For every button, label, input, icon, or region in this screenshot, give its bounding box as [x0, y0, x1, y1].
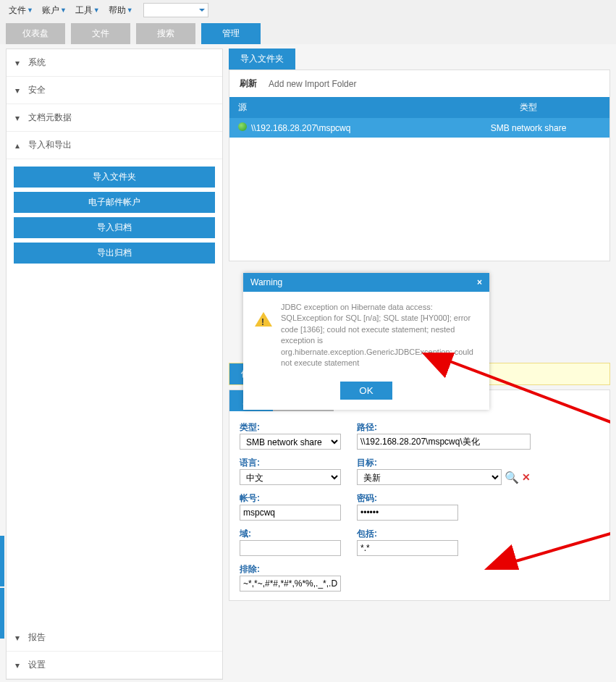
tab-dashboard[interactable]: 仪表盘 [6, 23, 65, 44]
add-import-folder-link[interactable]: Add new Import Folder [269, 79, 356, 89]
list-header: 源 类型 [229, 97, 609, 118]
dialog-title: Warning [250, 277, 282, 287]
warning-dialog: Warning × JDBC exception on Hibernate da… [243, 273, 489, 410]
sidebar-item-report[interactable]: ▾报告 [7, 624, 222, 652]
clear-icon[interactable]: ✕ [522, 471, 531, 483]
tab-search[interactable]: 搜索 [136, 23, 195, 44]
chevron-down-icon: ▼ [60, 7, 67, 14]
properties-box: 属性 扩展属性 类型: SMB network share 路径: 语言: 中文… [229, 390, 610, 601]
col-header-type: 类型 [456, 101, 601, 114]
menubar-select[interactable] [143, 3, 208, 17]
edge-tab-2[interactable] [0, 588, 4, 639]
subbtn-import-folder[interactable]: 导入文件夹 [14, 167, 215, 188]
refresh-button[interactable]: 刷新 [240, 77, 257, 90]
subbtn-import-archive[interactable]: 导入归档 [14, 217, 215, 238]
field-password[interactable] [357, 505, 458, 521]
label-target: 目标: [357, 455, 599, 469]
field-lang[interactable]: 中文 [240, 469, 341, 485]
label-domain: 域: [240, 526, 348, 540]
ok-button[interactable]: OK [340, 382, 392, 400]
label-account: 帐号: [240, 491, 348, 505]
field-path[interactable] [357, 434, 531, 450]
field-domain[interactable] [240, 540, 341, 556]
field-include[interactable] [357, 540, 458, 556]
sidebar: ▾系统 ▾安全 ▾文档元数据 ▴导入和导出 导入文件夹 电子邮件帐户 导入归档 … [6, 49, 223, 680]
sidebar-item-docmeta[interactable]: ▾文档元数据 [7, 104, 222, 132]
chevron-down-icon: ▼ [93, 7, 100, 14]
label-include: 包括: [357, 526, 599, 540]
label-path: 路径: [357, 420, 599, 434]
chevron-up-icon: ▴ [15, 140, 22, 151]
chevron-down-icon: ▾ [15, 85, 22, 96]
dialog-message: JDBC exception on Hibernate data access:… [281, 302, 478, 369]
sidebar-submenu: 导入文件夹 电子邮件帐户 导入归档 导出归档 [7, 159, 222, 271]
field-type[interactable]: SMB network share [240, 434, 341, 450]
chevron-down-icon: ▾ [15, 633, 22, 643]
subbtn-export-archive[interactable]: 导出归档 [14, 243, 215, 264]
chevron-down-icon: ▾ [15, 660, 22, 670]
close-icon[interactable]: × [477, 277, 482, 287]
search-icon[interactable]: 🔍 [505, 471, 519, 484]
chevron-down-icon: ▾ [15, 113, 22, 123]
tab-files[interactable]: 文件 [71, 23, 130, 44]
menu-account[interactable]: 账户▼ [39, 3, 69, 18]
warning-icon [255, 303, 272, 327]
edge-tab-1[interactable] [0, 536, 4, 586]
list-row[interactable]: \\192.168.28.207\mspcwq SMB network shar… [229, 118, 609, 138]
subbtn-email-account[interactable]: 电子邮件帐户 [14, 192, 215, 213]
main-tabbar: 仪表盘 文件 搜索 管理 [0, 20, 616, 44]
label-lang: 语言: [240, 455, 348, 469]
menu-help[interactable]: 帮助▼ [106, 3, 136, 18]
chevron-down-icon: ▾ [15, 58, 22, 68]
panel-title-tab: 导入文件夹 [229, 49, 295, 70]
left-edge-tabs [0, 536, 6, 640]
field-exclude[interactable] [240, 576, 341, 592]
sidebar-item-settings[interactable]: ▾设置 [7, 652, 222, 679]
chevron-down-icon: ▼ [27, 7, 33, 14]
label-password: 密码: [357, 491, 599, 505]
menubar: 文件▼ 账户▼ 工具▼ 帮助▼ [0, 0, 616, 20]
menu-tools[interactable]: 工具▼ [72, 3, 103, 18]
col-header-source: 源 [238, 101, 456, 114]
chevron-down-icon: ▼ [127, 7, 133, 14]
rightpane: 导入文件夹 刷新 Add new Import Folder 源 类型 \\19… [229, 49, 610, 680]
field-target[interactable]: 美新 [357, 469, 502, 485]
menu-file[interactable]: 文件▼ [6, 3, 36, 18]
label-type: 类型: [240, 420, 348, 434]
field-account[interactable] [240, 505, 341, 521]
sidebar-item-importexport[interactable]: ▴导入和导出 [7, 132, 222, 159]
tab-admin[interactable]: 管理 [201, 23, 261, 44]
globe-icon [238, 122, 247, 131]
sidebar-item-security[interactable]: ▾安全 [7, 77, 222, 104]
label-exclude: 排除: [240, 562, 599, 576]
sidebar-item-system[interactable]: ▾系统 [7, 49, 222, 77]
